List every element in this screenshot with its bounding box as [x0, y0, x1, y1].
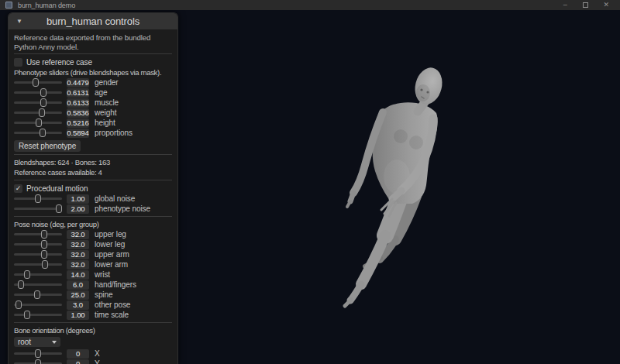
slider-track[interactable]	[14, 253, 62, 256]
value-y[interactable]: 0	[67, 359, 89, 364]
slider-other-pose[interactable]	[14, 300, 62, 310]
slider-lower-arm[interactable]	[14, 259, 62, 270]
slider-handle[interactable]	[35, 349, 41, 358]
slider-age[interactable]	[14, 88, 62, 98]
slider-handle[interactable]	[41, 230, 47, 239]
slider-track[interactable]	[14, 132, 62, 134]
slider-height[interactable]	[14, 118, 62, 128]
slider-x[interactable]	[14, 349, 62, 359]
slider-handle[interactable]	[41, 250, 47, 259]
value-x[interactable]: 0	[67, 349, 89, 359]
slider-track[interactable]	[14, 208, 62, 210]
value-lower-arm[interactable]: 32.0	[67, 260, 89, 270]
slider-track[interactable]	[14, 314, 62, 316]
slider-handle[interactable]	[41, 240, 47, 249]
slider-row-lower-arm: 32.0lower arm	[14, 259, 172, 270]
procedural-motion-checkbox[interactable]: ✓	[14, 184, 22, 193]
use-reference-case-checkbox[interactable]	[14, 58, 22, 67]
slider-muscle[interactable]	[14, 98, 62, 108]
value-upper-leg[interactable]: 32.0	[67, 230, 89, 239]
slider-handle[interactable]	[35, 194, 41, 203]
chevron-down-icon	[52, 341, 57, 344]
panel-body: Reference data exported from the bundled…	[9, 29, 177, 364]
slider-handle[interactable]	[35, 359, 41, 364]
slider-y[interactable]	[14, 359, 62, 364]
value-time-scale[interactable]: 1.00	[67, 311, 89, 320]
bone-select[interactable]: root	[14, 337, 60, 347]
slider-lower-leg[interactable]	[14, 239, 62, 249]
slider-phenotype-noise[interactable]	[14, 204, 62, 214]
titlebar: burn_human demo – ✕	[0, 0, 620, 10]
slider-handle[interactable]	[56, 204, 62, 213]
slider-handle[interactable]	[16, 300, 22, 309]
label-hand-fingers: hand/fingers	[95, 280, 136, 289]
label-other-pose: other pose	[95, 300, 130, 309]
label-age: age	[95, 88, 107, 97]
label-gender: gender	[95, 78, 119, 87]
slider-spine[interactable]	[14, 290, 62, 300]
value-age[interactable]: 0.6131	[67, 88, 89, 98]
label-upper-leg: upper leg	[95, 230, 126, 239]
value-weight[interactable]: 0.5836	[67, 108, 89, 118]
label-time-scale: time scale	[95, 311, 129, 319]
separator	[14, 216, 172, 217]
value-upper-arm[interactable]: 32.0	[67, 250, 89, 259]
slider-hand-fingers[interactable]	[14, 280, 62, 290]
slider-handle[interactable]	[40, 98, 46, 107]
slider-track[interactable]	[14, 263, 62, 266]
slider-handle[interactable]	[24, 270, 30, 279]
slider-upper-arm[interactable]	[14, 249, 62, 259]
value-proportions[interactable]: 0.5894	[67, 129, 89, 138]
front-foot	[345, 300, 351, 306]
slider-track[interactable]	[14, 101, 62, 104]
slider-upper-leg[interactable]	[14, 229, 62, 239]
label-spine: spine	[95, 290, 112, 299]
slider-handle[interactable]	[33, 78, 39, 87]
slider-time-scale[interactable]	[14, 310, 62, 320]
value-hand-fingers[interactable]: 6.0	[67, 280, 89, 290]
slider-row-upper-leg: 32.0upper leg	[14, 229, 172, 239]
label-lower-leg: lower leg	[95, 240, 125, 249]
slider-row-gender: 0.4479gender	[14, 77, 172, 88]
window-title: burn_human demo	[18, 2, 75, 9]
label-y: Y	[95, 359, 100, 364]
bone-select-value: root	[18, 338, 31, 346]
value-other-pose[interactable]: 3.0	[67, 300, 89, 310]
slider-handle[interactable]	[39, 108, 45, 117]
slider-handle[interactable]	[40, 129, 46, 137]
value-gender[interactable]: 0.4479	[67, 78, 89, 88]
slider-handle[interactable]	[40, 88, 46, 97]
slider-handle[interactable]	[24, 311, 30, 319]
procedural-motion-sliders: 1.00global noise2.00phenotype noise	[14, 194, 172, 214]
slider-wrist[interactable]	[14, 270, 62, 280]
slider-handle[interactable]	[18, 280, 24, 289]
close-icon[interactable]: ✕	[604, 0, 609, 10]
value-phenotype-noise[interactable]: 2.00	[67, 204, 89, 214]
value-spine[interactable]: 25.0	[67, 290, 89, 300]
slider-proportions[interactable]	[14, 128, 62, 138]
reset-phenotype-button[interactable]: Reset phenotype	[14, 140, 81, 152]
value-global-noise[interactable]: 1.00	[67, 194, 89, 204]
value-height[interactable]: 0.5216	[67, 118, 89, 128]
minimize-icon[interactable]: –	[563, 0, 567, 10]
panel-header[interactable]: ▼ burn_human controls	[9, 13, 177, 29]
slider-track[interactable]	[14, 91, 62, 94]
slider-handle[interactable]	[34, 290, 40, 299]
slider-weight[interactable]	[14, 108, 62, 118]
collapse-triangle-icon[interactable]: ▼	[16, 18, 22, 25]
value-lower-leg[interactable]: 32.0	[67, 240, 89, 249]
label-proportions: proportions	[95, 129, 133, 137]
slider-track[interactable]	[14, 273, 62, 276]
slider-track[interactable]	[14, 233, 62, 235]
value-wrist[interactable]: 14.0	[67, 270, 89, 280]
slider-gender[interactable]	[14, 77, 62, 88]
slider-track[interactable]	[14, 243, 62, 246]
slider-handle[interactable]	[42, 260, 48, 269]
pose-noise-sliders: 32.0upper leg32.0lower leg32.0upper arm3…	[14, 229, 172, 320]
slider-handle[interactable]	[36, 118, 42, 127]
maximize-icon[interactable]	[583, 2, 588, 8]
app-icon	[5, 2, 12, 9]
slider-row-weight: 0.5836weight	[14, 108, 172, 118]
value-muscle[interactable]: 0.6133	[67, 98, 89, 108]
slider-global-noise[interactable]	[14, 194, 62, 204]
